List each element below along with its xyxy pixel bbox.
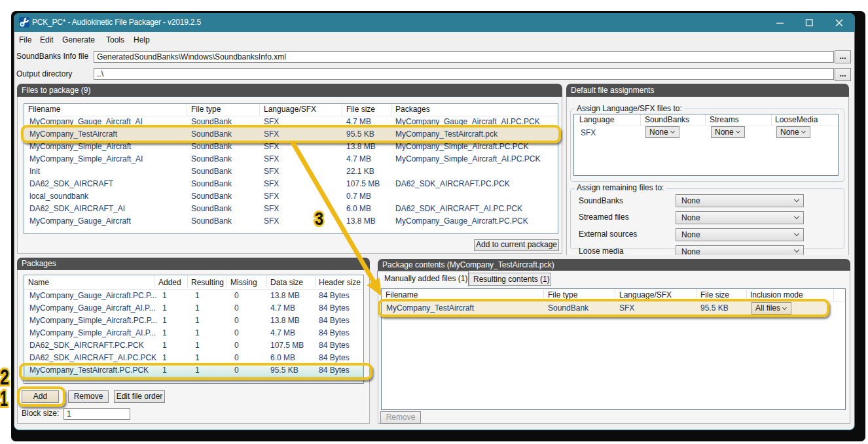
svg-text:2: 2 — [0, 365, 9, 389]
svg-text:1: 1 — [0, 386, 8, 411]
